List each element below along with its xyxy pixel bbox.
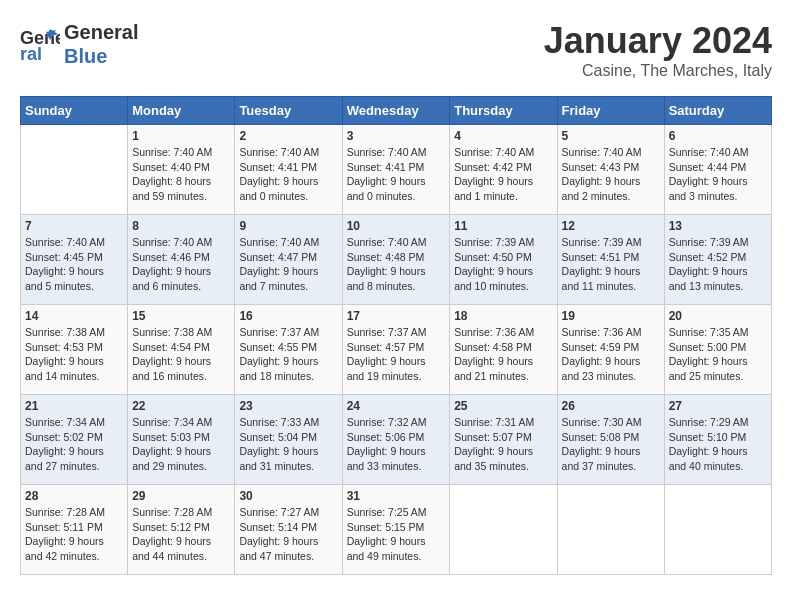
- day-number: 13: [669, 219, 767, 233]
- calendar-cell: 11Sunrise: 7:39 AMSunset: 4:50 PMDayligh…: [450, 215, 557, 305]
- day-info: Sunrise: 7:33 AMSunset: 5:04 PMDaylight:…: [239, 415, 337, 474]
- day-number: 21: [25, 399, 123, 413]
- day-info: Sunrise: 7:36 AMSunset: 4:58 PMDaylight:…: [454, 325, 552, 384]
- day-number: 27: [669, 399, 767, 413]
- calendar-cell: 17Sunrise: 7:37 AMSunset: 4:57 PMDayligh…: [342, 305, 450, 395]
- day-info: Sunrise: 7:40 AMSunset: 4:47 PMDaylight:…: [239, 235, 337, 294]
- header-friday: Friday: [557, 97, 664, 125]
- calendar-cell: 12Sunrise: 7:39 AMSunset: 4:51 PMDayligh…: [557, 215, 664, 305]
- day-number: 29: [132, 489, 230, 503]
- calendar-cell: 10Sunrise: 7:40 AMSunset: 4:48 PMDayligh…: [342, 215, 450, 305]
- day-info: Sunrise: 7:38 AMSunset: 4:54 PMDaylight:…: [132, 325, 230, 384]
- calendar-week-row: 1Sunrise: 7:40 AMSunset: 4:40 PMDaylight…: [21, 125, 772, 215]
- calendar-header-row: SundayMondayTuesdayWednesdayThursdayFrid…: [21, 97, 772, 125]
- calendar-cell: 16Sunrise: 7:37 AMSunset: 4:55 PMDayligh…: [235, 305, 342, 395]
- calendar-cell: 5Sunrise: 7:40 AMSunset: 4:43 PMDaylight…: [557, 125, 664, 215]
- calendar-cell: 31Sunrise: 7:25 AMSunset: 5:15 PMDayligh…: [342, 485, 450, 575]
- day-number: 11: [454, 219, 552, 233]
- calendar-cell: 14Sunrise: 7:38 AMSunset: 4:53 PMDayligh…: [21, 305, 128, 395]
- day-info: Sunrise: 7:36 AMSunset: 4:59 PMDaylight:…: [562, 325, 660, 384]
- calendar-table: SundayMondayTuesdayWednesdayThursdayFrid…: [20, 96, 772, 575]
- day-number: 24: [347, 399, 446, 413]
- day-number: 5: [562, 129, 660, 143]
- day-info: Sunrise: 7:40 AMSunset: 4:42 PMDaylight:…: [454, 145, 552, 204]
- calendar-cell: 25Sunrise: 7:31 AMSunset: 5:07 PMDayligh…: [450, 395, 557, 485]
- day-number: 31: [347, 489, 446, 503]
- day-number: 3: [347, 129, 446, 143]
- calendar-cell: [664, 485, 771, 575]
- page-subtitle: Casine, The Marches, Italy: [544, 62, 772, 80]
- header-monday: Monday: [128, 97, 235, 125]
- calendar-cell: 21Sunrise: 7:34 AMSunset: 5:02 PMDayligh…: [21, 395, 128, 485]
- day-number: 6: [669, 129, 767, 143]
- day-number: 25: [454, 399, 552, 413]
- day-number: 10: [347, 219, 446, 233]
- calendar-week-row: 14Sunrise: 7:38 AMSunset: 4:53 PMDayligh…: [21, 305, 772, 395]
- calendar-cell: 8Sunrise: 7:40 AMSunset: 4:46 PMDaylight…: [128, 215, 235, 305]
- day-number: 28: [25, 489, 123, 503]
- day-number: 8: [132, 219, 230, 233]
- day-number: 20: [669, 309, 767, 323]
- calendar-cell: 30Sunrise: 7:27 AMSunset: 5:14 PMDayligh…: [235, 485, 342, 575]
- day-info: Sunrise: 7:39 AMSunset: 4:50 PMDaylight:…: [454, 235, 552, 294]
- day-info: Sunrise: 7:40 AMSunset: 4:46 PMDaylight:…: [132, 235, 230, 294]
- logo-icon: Gene ral: [20, 24, 60, 64]
- header-saturday: Saturday: [664, 97, 771, 125]
- header-wednesday: Wednesday: [342, 97, 450, 125]
- header-tuesday: Tuesday: [235, 97, 342, 125]
- logo: Gene ral General Blue: [20, 20, 138, 68]
- day-info: Sunrise: 7:34 AMSunset: 5:03 PMDaylight:…: [132, 415, 230, 474]
- logo-line2: Blue: [64, 44, 138, 68]
- day-number: 12: [562, 219, 660, 233]
- day-number: 9: [239, 219, 337, 233]
- calendar-cell: 24Sunrise: 7:32 AMSunset: 5:06 PMDayligh…: [342, 395, 450, 485]
- day-info: Sunrise: 7:28 AMSunset: 5:12 PMDaylight:…: [132, 505, 230, 564]
- day-info: Sunrise: 7:40 AMSunset: 4:48 PMDaylight:…: [347, 235, 446, 294]
- calendar-cell: [21, 125, 128, 215]
- page-header: Gene ral General Blue January 2024 Casin…: [20, 20, 772, 80]
- day-number: 4: [454, 129, 552, 143]
- calendar-cell: 4Sunrise: 7:40 AMSunset: 4:42 PMDaylight…: [450, 125, 557, 215]
- calendar-cell: [557, 485, 664, 575]
- calendar-cell: 18Sunrise: 7:36 AMSunset: 4:58 PMDayligh…: [450, 305, 557, 395]
- day-number: 7: [25, 219, 123, 233]
- title-block: January 2024 Casine, The Marches, Italy: [544, 20, 772, 80]
- calendar-cell: 7Sunrise: 7:40 AMSunset: 4:45 PMDaylight…: [21, 215, 128, 305]
- day-number: 2: [239, 129, 337, 143]
- calendar-cell: 29Sunrise: 7:28 AMSunset: 5:12 PMDayligh…: [128, 485, 235, 575]
- calendar-cell: [450, 485, 557, 575]
- calendar-cell: 6Sunrise: 7:40 AMSunset: 4:44 PMDaylight…: [664, 125, 771, 215]
- day-info: Sunrise: 7:40 AMSunset: 4:41 PMDaylight:…: [347, 145, 446, 204]
- header-thursday: Thursday: [450, 97, 557, 125]
- day-info: Sunrise: 7:40 AMSunset: 4:40 PMDaylight:…: [132, 145, 230, 204]
- day-info: Sunrise: 7:38 AMSunset: 4:53 PMDaylight:…: [25, 325, 123, 384]
- calendar-cell: 3Sunrise: 7:40 AMSunset: 4:41 PMDaylight…: [342, 125, 450, 215]
- day-info: Sunrise: 7:40 AMSunset: 4:45 PMDaylight:…: [25, 235, 123, 294]
- header-sunday: Sunday: [21, 97, 128, 125]
- calendar-cell: 9Sunrise: 7:40 AMSunset: 4:47 PMDaylight…: [235, 215, 342, 305]
- day-number: 23: [239, 399, 337, 413]
- day-number: 30: [239, 489, 337, 503]
- day-info: Sunrise: 7:39 AMSunset: 4:52 PMDaylight:…: [669, 235, 767, 294]
- day-info: Sunrise: 7:28 AMSunset: 5:11 PMDaylight:…: [25, 505, 123, 564]
- logo-line1: General: [64, 20, 138, 44]
- day-info: Sunrise: 7:30 AMSunset: 5:08 PMDaylight:…: [562, 415, 660, 474]
- day-info: Sunrise: 7:29 AMSunset: 5:10 PMDaylight:…: [669, 415, 767, 474]
- day-info: Sunrise: 7:37 AMSunset: 4:57 PMDaylight:…: [347, 325, 446, 384]
- calendar-cell: 26Sunrise: 7:30 AMSunset: 5:08 PMDayligh…: [557, 395, 664, 485]
- calendar-cell: 15Sunrise: 7:38 AMSunset: 4:54 PMDayligh…: [128, 305, 235, 395]
- day-info: Sunrise: 7:40 AMSunset: 4:41 PMDaylight:…: [239, 145, 337, 204]
- day-number: 22: [132, 399, 230, 413]
- day-info: Sunrise: 7:40 AMSunset: 4:43 PMDaylight:…: [562, 145, 660, 204]
- day-number: 16: [239, 309, 337, 323]
- calendar-cell: 23Sunrise: 7:33 AMSunset: 5:04 PMDayligh…: [235, 395, 342, 485]
- calendar-cell: 27Sunrise: 7:29 AMSunset: 5:10 PMDayligh…: [664, 395, 771, 485]
- day-info: Sunrise: 7:35 AMSunset: 5:00 PMDaylight:…: [669, 325, 767, 384]
- calendar-cell: 2Sunrise: 7:40 AMSunset: 4:41 PMDaylight…: [235, 125, 342, 215]
- calendar-cell: 20Sunrise: 7:35 AMSunset: 5:00 PMDayligh…: [664, 305, 771, 395]
- day-number: 18: [454, 309, 552, 323]
- svg-text:ral: ral: [20, 44, 42, 64]
- calendar-cell: 13Sunrise: 7:39 AMSunset: 4:52 PMDayligh…: [664, 215, 771, 305]
- day-info: Sunrise: 7:40 AMSunset: 4:44 PMDaylight:…: [669, 145, 767, 204]
- day-info: Sunrise: 7:31 AMSunset: 5:07 PMDaylight:…: [454, 415, 552, 474]
